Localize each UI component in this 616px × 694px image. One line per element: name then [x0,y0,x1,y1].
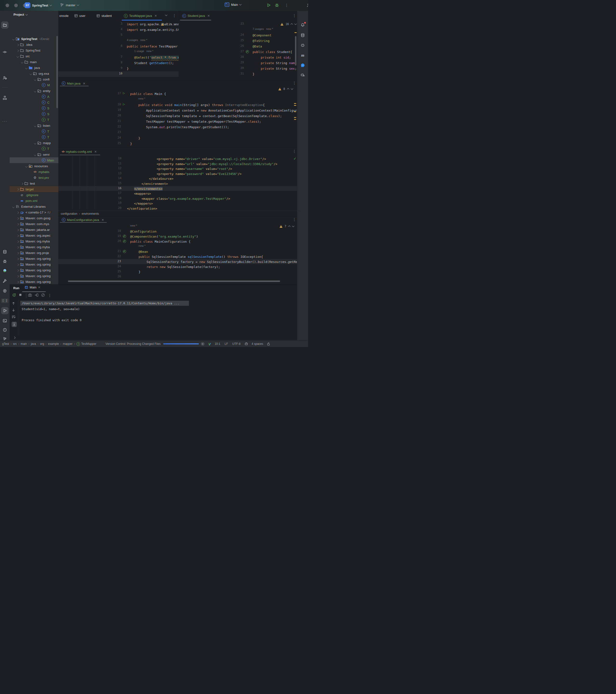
code-line[interactable]: public SqlSessionTemplate sqlSessionTemp… [139,254,263,259]
line-number[interactable]: 28 [236,55,244,58]
tree-scrollbar[interactable] [56,36,58,108]
code-line[interactable]: } [130,142,132,146]
spring-bean-icon[interactable] [123,250,126,253]
line-number[interactable]: 15 [113,181,122,185]
tree-row[interactable]: mapp [10,140,58,146]
chevron-right-icon[interactable] [17,234,19,237]
code-line[interactable]: public class Student{ [253,50,292,54]
tree-row[interactable]: External Libraries [10,204,58,209]
chevron-down-icon[interactable] [34,78,37,81]
line-number[interactable]: 7 [114,55,123,58]
chevron-right-icon[interactable] [17,251,19,255]
spring-bean-icon[interactable] [123,240,126,243]
tree-row[interactable]: Maven: org.myba [10,244,58,250]
line-number[interactable]: 22 [113,125,121,128]
breadcrumb-file[interactable]: I TestMapper [76,342,96,346]
profiler-tool-icon[interactable] [1,287,8,294]
tab-options-icon[interactable]: ⋮ [173,14,176,17]
run-button[interactable] [266,3,271,7]
tab-options-icon[interactable]: ⋮ [293,14,296,17]
chevron-right-icon[interactable] [17,187,19,191]
line-number[interactable]: 21 [113,119,121,123]
line-number[interactable]: 21 [113,250,121,253]
code-line[interactable]: } [138,136,140,141]
tree-row[interactable]: CS [10,111,58,117]
chevron-right-icon[interactable] [21,182,24,185]
tree-row[interactable]: org.exa [10,71,58,76]
tree-row[interactable]: CA [10,94,58,99]
warning-badge[interactable]: 1 [161,22,176,26]
line-number[interactable]: 18 [113,196,122,200]
chevron-down-icon[interactable] [21,60,24,64]
tree-row[interactable]: Maven: com.mys [10,221,58,227]
chevron-right-icon[interactable] [17,222,19,226]
line-number[interactable]: 10 [114,72,123,75]
spring-bean-icon[interactable] [123,235,126,238]
run-line-icon[interactable]: ▷ [123,103,125,106]
code-line[interactable]: <property name="username" value="root"/> [157,166,232,171]
line-number[interactable]: 19 [113,234,121,238]
chevron-right-icon[interactable] [17,216,19,220]
chevron-down-icon[interactable] [13,205,15,208]
code-line[interactable]: public interface TestMapper { [127,44,179,49]
tree-row[interactable]: entity [10,88,58,94]
ai-assistant-icon[interactable] [299,42,306,49]
terminal-tool-icon[interactable] [1,317,8,324]
line-number[interactable]: 18 [113,229,121,233]
tree-row[interactable]: test [10,181,58,186]
chevron-down-icon[interactable] [34,141,37,145]
line-number[interactable]: 24 [113,136,121,139]
tree-row[interactable]: src [10,53,58,59]
breadcrumb-item[interactable]: environments [82,212,99,215]
tree-row[interactable]: CS [10,105,58,111]
line-number[interactable]: 12 [113,166,122,170]
chevron-right-icon[interactable] [17,269,19,272]
tree-row[interactable]: .idea [10,42,58,48]
tree-row[interactable]: main [10,59,58,65]
chevron-down-icon[interactable] [13,37,15,41]
code-line[interactable]: private int sid; [261,55,291,60]
ai-status-icon[interactable] [244,342,248,346]
chevron-right-icon[interactable] [17,211,19,214]
project-widget[interactable]: ST SpringTest [24,2,52,8]
console-line[interactable]: /Users/eve/Library/Java/JavaVirtualMachi… [22,302,180,305]
tree-row[interactable]: CMain [10,157,58,163]
tab-options-icon[interactable]: ⋮ [293,149,296,153]
code-line[interactable]: <property name="url" value="jdbc:mysql:/… [157,162,277,166]
structure-tool-icon[interactable] [1,94,8,102]
code-line[interactable]: </environments> [134,186,163,191]
chevron-right-icon[interactable] [17,263,19,266]
tree-row[interactable]: Maven: org.aspec [10,233,58,238]
scroll-up-icon[interactable] [12,302,15,305]
code-line[interactable]: </environment> [142,181,168,186]
tree-row[interactable]: < corretto-17 > /U [10,209,58,215]
line-number[interactable]: 24 [113,264,121,268]
tree-row[interactable]: Maven: org.proje [10,250,58,256]
database-tool-icon[interactable] [299,32,306,39]
chevron-down-icon[interactable] [34,124,37,127]
line-number[interactable]: 19 [113,108,121,112]
chevron-down-icon[interactable] [30,72,32,75]
maven-tool-icon[interactable]: m [299,52,306,59]
scroll-to-end-icon[interactable] [12,322,17,327]
console-line[interactable]: Student(sid=1, name=t, sex=male) [22,307,80,311]
line-number[interactable]: 17 [113,92,121,95]
line-number[interactable]: 26 [113,275,121,278]
tree-row[interactable]: CT [10,128,58,134]
close-icon[interactable]: ✕ [155,14,157,18]
code-line[interactable]: <property name="password" value="Eve1234… [157,171,241,177]
code-line[interactable]: <property name="driver" value="com.mysql… [157,157,266,162]
cancel-progress-button[interactable]: ✕ [201,342,205,346]
breadcrumb-item[interactable]: configuration [61,212,77,215]
run-tab[interactable]: Main✕ [24,286,40,289]
close-icon[interactable]: ✕ [38,286,40,289]
code-line[interactable]: @Component [253,33,271,38]
tab-options-icon[interactable]: ⋮ [293,81,296,85]
code-line[interactable]: @Data [253,44,262,49]
window-minimize-button[interactable] [14,4,18,7]
fold-chevron-icon[interactable] [14,336,15,339]
line-number[interactable]: 29 [236,61,244,64]
tree-row[interactable]: Maven: org.spring [10,267,58,273]
code-line[interactable]: Student getStudent(); [134,61,174,66]
debug-tool-icon[interactable] [1,258,8,265]
